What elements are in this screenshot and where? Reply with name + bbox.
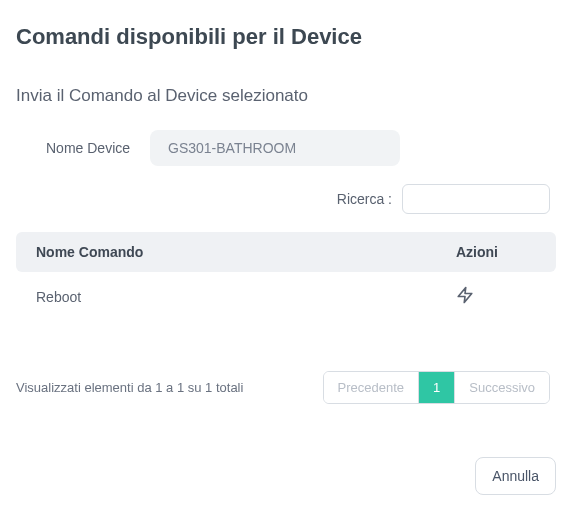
pagination-prev[interactable]: Precedente [324, 372, 420, 403]
pagination: Precedente 1 Successivo [323, 371, 550, 404]
col-header-name: Nome Comando [36, 244, 456, 260]
page-title: Comandi disponibili per il Device [16, 24, 556, 50]
cancel-button[interactable]: Annulla [475, 457, 556, 495]
results-text: Visualizzati elementi da 1 a 1 su 1 tota… [16, 380, 243, 395]
col-header-actions: Azioni [456, 244, 536, 260]
table-footer: Visualizzati elementi da 1 a 1 su 1 tota… [16, 371, 556, 404]
device-name-label: Nome Device [16, 140, 130, 156]
search-label: Ricerca : [337, 191, 392, 207]
search-row: Ricerca : [16, 184, 556, 214]
section-subtitle: Invia il Comando al Device selezionato [16, 86, 556, 106]
device-row: Nome Device GS301-BATHROOM [16, 130, 556, 166]
table-row: Reboot [16, 272, 556, 321]
search-input[interactable] [402, 184, 550, 214]
lightning-icon[interactable] [456, 286, 474, 304]
pagination-page-1[interactable]: 1 [419, 372, 455, 403]
svg-marker-0 [458, 288, 472, 303]
table-header: Nome Comando Azioni [16, 232, 556, 272]
pagination-next[interactable]: Successivo [455, 372, 549, 403]
device-name-value: GS301-BATHROOM [150, 130, 400, 166]
command-name: Reboot [36, 289, 456, 305]
commands-table: Nome Comando Azioni Reboot [16, 232, 556, 321]
